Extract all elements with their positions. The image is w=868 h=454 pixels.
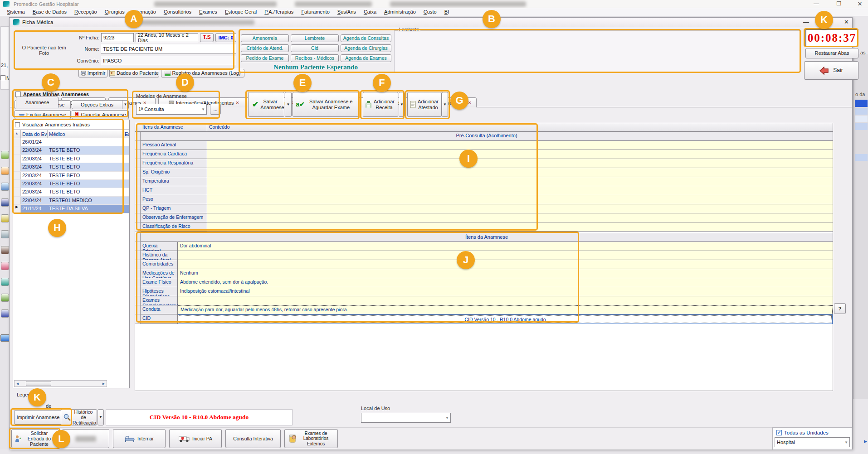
agenda-exames-button[interactable]: Agenda de Exames — [341, 54, 391, 62]
list-header-medico[interactable]: Médico — [48, 130, 123, 138]
chevron-down-icon[interactable]: ▼ — [843, 438, 849, 447]
grid-cell-conduta[interactable]: Medicação para dor, aguardar pelo menos … — [178, 305, 833, 314]
consulta-interativa-button[interactable]: Consulta Interativa — [225, 429, 281, 448]
list-row[interactable]: 22/04/24TESTE01 MEDICO — [13, 197, 129, 205]
tab-close-icon[interactable]: ✕ — [236, 101, 239, 105]
exames-lab-externos-button[interactable]: Exames de Laboratórios Externos — [284, 429, 338, 448]
minimize-icon[interactable]: — — [806, 0, 826, 8]
list-row[interactable]: 22/03/24TESTE BETO — [13, 172, 129, 180]
menu-administracao[interactable]: Administração — [381, 8, 419, 14]
todas-unidades-checkbox[interactable]: ✔ Todas as Unidades — [773, 428, 852, 435]
help-button[interactable]: ? — [834, 303, 846, 314]
iniciar-pa-button[interactable]: Iniciar PA — [169, 429, 222, 448]
chevron-down-icon[interactable]: ▼ — [200, 104, 206, 114]
menu-estoque-geral[interactable]: Estoque Geral — [222, 8, 260, 14]
grid-cell[interactable] — [207, 177, 833, 186]
ficha-number-field[interactable]: 9223 — [101, 33, 134, 42]
atestado-dropdown[interactable]: ▼ — [442, 92, 448, 117]
amenorreia-button[interactable]: Amenorreia — [241, 34, 289, 42]
agenda-consultas-button[interactable]: Agenda de Consultas — [341, 34, 391, 42]
pedido-exame-button[interactable]: Pedido de Exame — [241, 54, 289, 62]
excluir-anamnese-button[interactable]: Excluir Anamnese — [15, 110, 71, 119]
grid-cell[interactable] — [207, 222, 833, 232]
scroll-right-icon[interactable]: ▶ — [101, 381, 107, 386]
cancelar-anamnese-button[interactable]: ✖ Cancelar Anamnese — [72, 110, 129, 119]
list-row[interactable]: 22/03/24TESTE BETO — [13, 146, 129, 155]
solicitar-entrada-button[interactable]: Solicitar Entrada do Paciente — [11, 429, 59, 448]
close-icon[interactable]: ✕ — [850, 0, 868, 8]
grid-cell[interactable] — [207, 159, 833, 168]
nome-field[interactable]: TESTE DE PACIENTE UM — [101, 44, 236, 53]
imc-button[interactable]: IMC: 0 — [215, 33, 236, 42]
grid-cell[interactable] — [207, 168, 833, 177]
historico-retificacao-button[interactable]: Histórico de Retificação — [61, 409, 97, 425]
blood-type-button[interactable]: T.S — [200, 33, 214, 42]
chevron-down-icon[interactable]: ▼ — [444, 413, 450, 422]
tab-close-icon[interactable]: ✕ — [468, 101, 472, 105]
menu-recepcao[interactable]: Recepção — [71, 8, 100, 14]
imprimir-anamnese-button[interactable]: Imprimir Anamnese ▼ — [14, 410, 68, 425]
grid-header-items[interactable]: Ítens da Anamnese — [141, 123, 207, 132]
list-horizontal-scrollbar[interactable]: ◀ ▶ — [14, 380, 107, 387]
menu-caixa[interactable]: Caixa — [361, 8, 380, 14]
grid-cell[interactable]: Nenhum — [178, 269, 833, 278]
grid-cell[interactable] — [207, 213, 833, 222]
scroll-right-icon[interactable]: ▶ — [864, 439, 867, 444]
list-row[interactable]: 22/03/24TESTE BETO — [13, 163, 129, 171]
menu-sus-ans[interactable]: Sus/Ans — [334, 8, 359, 14]
convenio-field[interactable]: IPASGO — [101, 56, 236, 65]
salvar-dropdown[interactable]: ▼ — [285, 92, 292, 117]
menu-consultorios[interactable]: Consultórios — [161, 8, 195, 14]
grid-header-conteudo[interactable]: Conteúdo — [207, 123, 833, 132]
menu-sistema[interactable]: Sistema — [4, 8, 28, 14]
cid-value-field[interactable]: CID Versão 10 - R10.0 Abdome agudo — [178, 314, 833, 324]
list-header-date[interactable]: Data do Ev — [21, 130, 48, 138]
menu-base-de-dados[interactable]: Base de Dados — [29, 8, 70, 14]
grid-cell[interactable]: Abdome extendido, sem dor à apalpação. — [178, 278, 833, 287]
imprimir-button[interactable]: Imprimir — [78, 69, 107, 77]
registro-anamneses-button[interactable]: Registro das Anamneses (Log) — [161, 69, 244, 77]
list-row-selected[interactable]: ▶21/11/24TESTE DA SILVA — [13, 205, 129, 213]
receita-dropdown[interactable]: ▼ — [399, 92, 405, 117]
grid-cell[interactable] — [178, 296, 833, 305]
chevron-down-icon[interactable]: ▼ — [122, 101, 128, 109]
menu-exames[interactable]: Exames — [196, 8, 220, 14]
restaurar-abas-button[interactable]: Restaurar Abas — [805, 48, 858, 58]
local-de-uso-combobox[interactable]: ▼ — [361, 413, 451, 423]
window-close-icon[interactable]: ✕ — [844, 19, 849, 25]
menu-custo[interactable]: Custo — [420, 8, 440, 14]
grid-cell[interactable]: Indisposição estomacal/intestinal — [178, 287, 833, 296]
menu-bi[interactable]: BI — [441, 8, 452, 14]
adicionar-receita-button[interactable]: Adicionar Receita — [363, 92, 398, 117]
historico-dropdown[interactable]: ▼ — [98, 409, 104, 425]
list-row[interactable]: 26/01/24 — [13, 138, 129, 146]
grid-cell[interactable] — [207, 195, 833, 204]
inactive-checkbox[interactable]: Visualizar Anamneses Inativas — [13, 120, 129, 130]
list-row[interactable]: 22/03/24TESTE BETO — [13, 188, 129, 196]
salvar-aguardar-exame-button[interactable]: a✔ Salvar Anamnese e Aguardar Exame — [293, 92, 359, 117]
agenda-cirurgias-button[interactable]: Agenda de Cirurgias — [341, 44, 391, 52]
grid-cell[interactable] — [207, 186, 833, 195]
grid-cell[interactable] — [178, 251, 833, 260]
lembrete-button[interactable]: Lembrete — [291, 34, 339, 42]
tab-anamnese[interactable]: Anamnese — [16, 97, 59, 108]
grid-cell[interactable] — [207, 150, 833, 159]
grid-cell[interactable] — [178, 260, 833, 269]
menu-pa-terapias[interactable]: P.A./Terapias — [261, 8, 297, 14]
modelos-more-button[interactable]: ... — [210, 104, 221, 115]
list-row[interactable]: 22/03/24TESTE BETO — [13, 155, 129, 163]
restore-icon[interactable]: ❐ — [829, 0, 849, 8]
list-row[interactable]: 22/03/24TESTE BETO — [13, 180, 129, 188]
menu-cirurgias[interactable]: Cirurgias — [102, 8, 128, 14]
salvar-anamnese-button[interactable]: ✔ Salvar Anamnese — [248, 92, 284, 117]
internar-button[interactable]: Internar — [113, 429, 166, 448]
grid-cell[interactable] — [207, 204, 833, 213]
modelos-combobox[interactable]: 1ª Consulta ▼ — [136, 104, 207, 115]
criterio-atend-button[interactable]: Critério de Atend. — [241, 44, 289, 52]
menu-faturamento[interactable]: Faturamento — [298, 8, 332, 14]
scroll-left-icon[interactable]: ◀ — [15, 381, 20, 386]
recibos-medicos-button[interactable]: Recibos - Médicos — [291, 54, 339, 62]
opcoes-extras-button[interactable]: Opções Extras ▼ — [72, 100, 129, 109]
grid-cell[interactable]: Dor abdominal — [178, 242, 833, 251]
scroll-thumb[interactable] — [26, 381, 51, 386]
